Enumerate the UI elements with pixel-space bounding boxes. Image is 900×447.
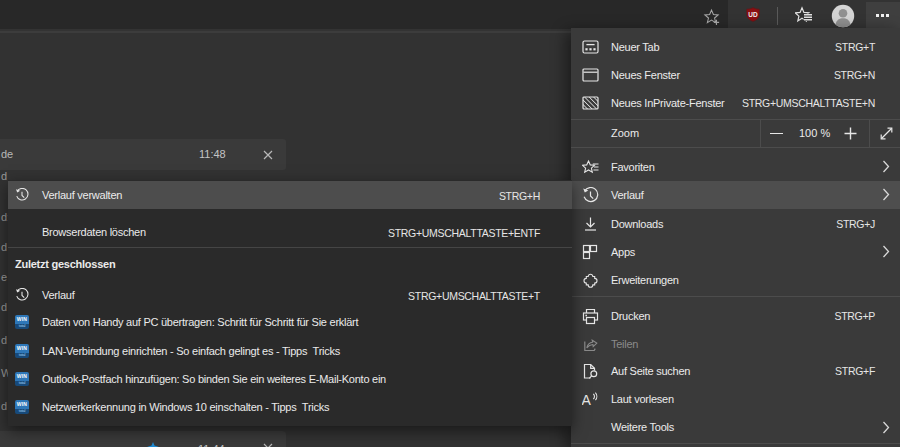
svg-text:A: A	[582, 392, 592, 408]
svg-text:UD: UD	[748, 11, 758, 18]
